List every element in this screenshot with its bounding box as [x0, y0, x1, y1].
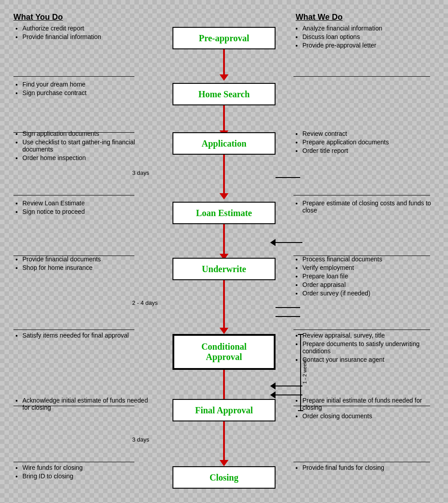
arrow-shaft-application: [223, 155, 225, 193]
left-items-underwrite: Provide financial documentsShop for home…: [13, 256, 150, 273]
stage-label-homesearch: Home Search: [198, 89, 250, 100]
right-line-underwrite-1: [276, 316, 300, 317]
right-item-underwrite-3: Order appraisal: [302, 281, 437, 288]
left-divider-preapproval: [13, 76, 134, 77]
right-item-finalapproval-1: Order closing documents: [302, 412, 437, 420]
feedback-arrowhead-loanestimate: [270, 239, 276, 246]
stage-label-loanestimate: Loan Estimate: [196, 208, 252, 218]
right-items-closing: Provide final funds for closing: [293, 464, 437, 473]
arrow-shaft-loanestimate: [223, 224, 225, 254]
stage-box-loanestimate: Loan Estimate: [172, 202, 276, 224]
stage-label-application: Application: [202, 139, 246, 149]
mortgage-process-diagram: What You Do What We Do Pre-approvalAutho…: [0, 0, 448, 503]
right-items-finalapproval: Prepare initial estimate of funds needed…: [293, 397, 437, 421]
right-item-conditionalapproval-1: Prepare documents to satisfy underwritin…: [302, 340, 437, 355]
arrow-head-preapproval: [220, 74, 228, 81]
time-label-finalapproval: 3 days: [132, 436, 149, 443]
left-divider-underwrite: [13, 330, 134, 330]
arrow-shaft-preapproval: [223, 49, 225, 74]
stage-box-homesearch: Home Search: [172, 83, 276, 105]
right-item-underwrite-0: Process financial documents: [302, 256, 437, 263]
left-item-closing-0: Wire funds for closing: [22, 464, 150, 471]
left-item-underwrite-0: Provide financial documents: [22, 256, 150, 263]
right-item-application-1: Prepare application documents: [302, 139, 437, 146]
stage-label-finalapproval: Final Approval: [195, 405, 253, 416]
left-item-finalapproval-0: Acknowledge initial estimate of funds ne…: [22, 397, 150, 411]
right-item-conditionalapproval-2: Contact your insurance agent: [302, 356, 437, 363]
left-items-finalapproval: Acknowledge initial estimate of funds ne…: [13, 397, 150, 412]
left-items-application: Sign application documentsUse checklist …: [13, 130, 150, 163]
right-item-loanestimate-0: Prepare estimate of closing costs and fu…: [302, 199, 437, 214]
left-items-preapproval: Authorize credit reportProvide financial…: [13, 25, 150, 42]
feedback-line-conditional-1: [276, 395, 302, 395]
left-item-closing-1: Bring ID to closing: [22, 473, 150, 480]
left-item-preapproval-0: Authorize credit report: [22, 25, 150, 32]
left-item-underwrite-1: Shop for home insurance: [22, 264, 150, 271]
feedback-arrowhead-conditional-0: [270, 382, 276, 390]
stage-box-closing: Closing: [172, 466, 276, 489]
right-item-preapproval-1: Discuss loan options: [302, 33, 437, 40]
stage-box-application: Application: [172, 132, 276, 155]
right-items-preapproval: Analyze financial informationDiscuss loa…: [293, 25, 437, 50]
right-items-underwrite: Process financial documentsVerify employ…: [293, 256, 437, 298]
right-divider-underwrite: [293, 330, 430, 330]
stage-label-closing: Closing: [210, 473, 238, 483]
left-item-conditionalapproval-0: Satisfy items needed for final approval: [22, 332, 150, 339]
stage-label-conditionalapproval: Conditional Approval: [201, 342, 246, 362]
left-item-homesearch-1: Sign purchase contract: [22, 89, 150, 96]
left-divider-finalapproval: [13, 462, 134, 462]
right-items-application: Review contractPrepare application docum…: [293, 130, 437, 156]
right-item-closing-0: Provide final funds for closing: [302, 464, 437, 471]
stage-box-preapproval: Pre-approval: [172, 27, 276, 49]
right-items-loanestimate: Prepare estimate of closing costs and fu…: [293, 199, 437, 215]
arrow-shaft-underwrite: [223, 280, 225, 328]
left-item-loanestimate-1: Sign notice to proceed: [22, 208, 150, 215]
left-items-closing: Wire funds for closingBring ID to closin…: [13, 464, 150, 481]
arrow-shaft-homesearch: [223, 105, 225, 130]
time-label-underwrite: 2 - 4 days: [132, 299, 158, 306]
feedback-arrowhead-conditional-1: [270, 391, 276, 399]
arrow-head-application: [220, 193, 228, 199]
right-item-conditionalapproval-0: Review appraisal, survey, title: [302, 332, 437, 339]
arrow-head-underwrite: [220, 328, 228, 334]
left-item-application-0: Sign application documents: [22, 130, 150, 137]
left-item-application-2: Order home inspection: [22, 154, 150, 161]
right-divider-preapproval: [293, 76, 430, 77]
right-item-underwrite-1: Verify employment: [302, 264, 437, 271]
left-item-loanestimate-0: Review Loan Estimate: [22, 199, 150, 207]
left-items-loanestimate: Review Loan EstimateSign notice to proce…: [13, 199, 150, 217]
time-label-application: 3 days: [132, 169, 149, 176]
right-item-underwrite-4: Order survey (if needed): [302, 290, 437, 297]
stage-label-underwrite: Underwrite: [202, 264, 246, 274]
right-item-underwrite-2: Prepare loan file: [302, 273, 437, 280]
stage-box-underwrite: Underwrite: [172, 258, 276, 280]
right-item-finalapproval-0: Prepare initial estimate of funds needed…: [302, 397, 437, 411]
right-divider-finalapproval: [293, 462, 430, 462]
left-item-preapproval-1: Provide financial information: [22, 33, 150, 40]
right-bracket-line-application: [276, 177, 300, 178]
left-divider-application: [13, 195, 134, 195]
feedback-line-conditional-0: [276, 386, 302, 386]
right-header: What We Do: [296, 13, 343, 22]
right-divider-application: [293, 195, 430, 195]
right-item-preapproval-0: Analyze financial information: [302, 25, 437, 32]
left-header: What You Do: [13, 13, 63, 22]
left-items-conditionalapproval: Satisfy items needed for final approval: [13, 332, 150, 340]
right-item-application-0: Review contract: [302, 130, 437, 137]
right-items-conditionalapproval: Review appraisal, survey, titlePrepare d…: [293, 332, 437, 364]
arrow-head-finalapproval: [220, 460, 228, 466]
left-items-homesearch: Find your dream homeSign purchase contra…: [13, 81, 150, 98]
stage-box-finalapproval: Final Approval: [172, 399, 276, 421]
right-line-underwrite-0: [276, 307, 300, 308]
left-item-homesearch-0: Find your dream home: [22, 81, 150, 88]
arrow-shaft-finalapproval: [223, 421, 225, 460]
left-item-application-1: Use checklist to start gather-ing financ…: [22, 139, 150, 153]
stage-box-conditionalapproval: Conditional Approval: [172, 334, 276, 370]
right-item-application-2: Order title report: [302, 147, 437, 154]
stage-label-preapproval: Pre-approval: [199, 33, 250, 43]
right-item-preapproval-2: Provide pre-approval letter: [302, 42, 437, 49]
feedback-line-loanestimate: [276, 242, 302, 243]
